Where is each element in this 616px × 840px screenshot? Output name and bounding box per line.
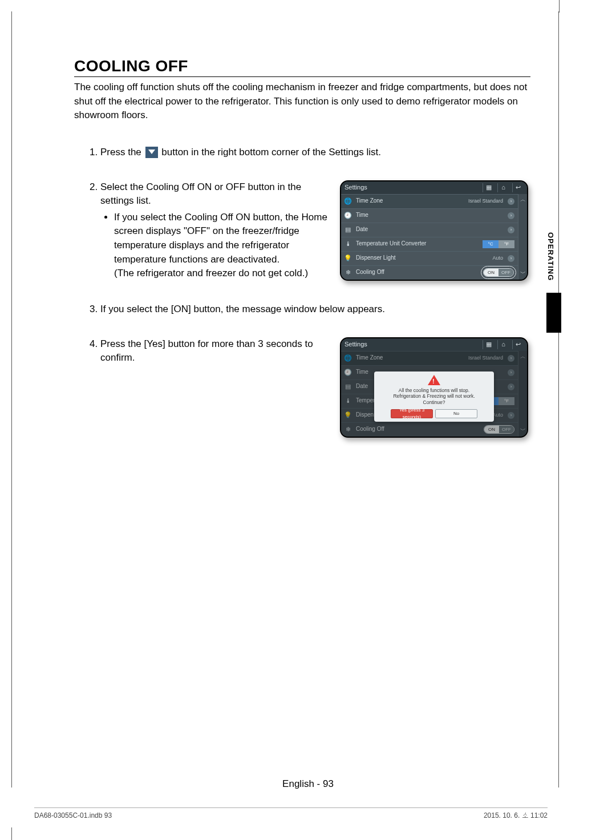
scrollbar[interactable]: ︿ ﹀ <box>518 194 527 280</box>
step-4-text: Press the [Yes] button for more than 3 s… <box>100 338 313 364</box>
row-cooling-off[interactable]: ❄ Cooling Off ON OFF <box>341 265 518 280</box>
bulb-icon: 💡 <box>343 411 352 420</box>
page-content: COOLING OFF The cooling off function shu… <box>74 57 530 458</box>
cooling-off-toggle: ON OFF <box>484 425 514 434</box>
step-2-bullet: If you select the Cooling Off ON button,… <box>114 211 334 281</box>
print-footer: DA68-03055C-01.indb 93 2015. 10. 6. 소 1… <box>34 807 548 819</box>
globe-icon: 🌐 <box>343 197 352 206</box>
chevron-up-icon: ︿ <box>520 353 526 361</box>
settings-header: Settings ▦ ⌂ ↩ <box>341 338 527 351</box>
confirm-dialog: All the cooling functions will stop. Ref… <box>374 371 494 422</box>
snowflake-icon: ❄ <box>343 268 352 277</box>
thumb-index-mark <box>546 293 561 333</box>
chevron-down-icon[interactable]: ﹀ <box>520 269 526 278</box>
page-number: English - 93 <box>0 778 616 790</box>
step-4: Press the [Yes] button for more than 3 s… <box>100 337 530 438</box>
chevron-down-icon: ﹀ <box>520 426 526 435</box>
step-3: If you select the [ON] button, the messa… <box>100 302 530 317</box>
step-3-text: If you select the [ON] button, the messa… <box>100 304 385 314</box>
chevron-right-icon: › <box>508 227 514 233</box>
row-temp-unit[interactable]: 🌡 Temperature Unit Converter °C °F <box>341 237 518 251</box>
chevron-right-icon: › <box>508 383 514 390</box>
globe-icon: 🌐 <box>343 354 352 363</box>
dialog-message: All the cooling functions will stop. Ref… <box>378 387 491 406</box>
page-title: COOLING OFF <box>74 57 530 77</box>
chevron-right-icon: › <box>508 255 514 262</box>
chevron-up-icon[interactable]: ︿ <box>520 196 526 204</box>
scrollbar: ︿ ﹀ <box>518 351 527 437</box>
crop-mark <box>11 827 12 840</box>
step-1-text-b: button in the right bottom corner of the… <box>161 147 381 158</box>
intro-paragraph: The cooling off function shuts off the c… <box>74 80 530 123</box>
instruction-list: Press the button in the right bottom cor… <box>74 146 530 438</box>
step-2-text: Select the Cooling Off ON or OFF button … <box>100 181 301 207</box>
chevron-right-icon: › <box>508 355 514 362</box>
settings-title: Settings <box>345 340 479 349</box>
row-time-zone: 🌐 Time Zone Israel Standard › <box>341 351 518 365</box>
chevron-right-icon: › <box>508 212 514 219</box>
no-button[interactable]: No <box>435 409 477 418</box>
step-1-text-a: Press the <box>100 147 144 158</box>
clock-icon: 🕘 <box>343 211 352 220</box>
snowflake-icon: ❄ <box>343 425 352 434</box>
section-tab: OPERATING <box>546 232 564 341</box>
calendar-icon: ▤ <box>343 382 352 391</box>
settings-screenshot-1: Settings ▦ ⌂ ↩ 🌐 Time Zone Israel Standa… <box>340 180 528 281</box>
yes-button[interactable]: Yes (press 3 seconds) <box>391 409 433 418</box>
chevron-right-icon: › <box>508 412 514 419</box>
chevron-right-icon: › <box>508 198 514 205</box>
thermometer-icon: 🌡 <box>343 397 352 406</box>
settings-title: Settings <box>345 183 479 192</box>
home-icon[interactable]: ⌂ <box>497 183 509 192</box>
row-time-zone[interactable]: 🌐 Time Zone Israel Standard › <box>341 194 518 208</box>
chevron-right-icon: › <box>508 369 514 376</box>
clock-icon: 🕘 <box>343 368 352 377</box>
step-1: Press the button in the right bottom cor… <box>100 146 530 160</box>
apps-icon[interactable]: ▦ <box>483 183 494 192</box>
row-time[interactable]: 🕘 Time › <box>341 208 518 223</box>
row-dispenser-light[interactable]: 💡 Dispenser Light Auto › <box>341 251 518 265</box>
row-date[interactable]: ▤ Date › <box>341 223 518 237</box>
back-icon[interactable]: ↩ <box>512 183 524 192</box>
scroll-down-icon[interactable] <box>145 147 158 158</box>
back-icon[interactable]: ↩ <box>512 340 524 349</box>
cooling-off-toggle[interactable]: ON OFF <box>483 268 514 277</box>
settings-header: Settings ▦ ⌂ ↩ <box>341 181 527 194</box>
calendar-icon: ▤ <box>343 225 352 235</box>
step-2: Select the Cooling Off ON or OFF button … <box>100 180 530 282</box>
home-icon[interactable]: ⌂ <box>497 340 509 349</box>
thermometer-icon: 🌡 <box>343 240 352 249</box>
step-2-note: (The refrigerator and freezer do not get… <box>114 268 308 278</box>
section-tab-label: OPERATING <box>546 232 555 289</box>
warning-icon <box>428 375 440 385</box>
bulb-icon: 💡 <box>343 254 352 263</box>
crop-mark <box>559 0 560 13</box>
footer-file: DA68-03055C-01.indb 93 <box>34 811 112 819</box>
footer-timestamp: 2015. 10. 6. 소 11:02 <box>484 811 548 819</box>
unit-toggle[interactable]: °C °F <box>483 240 514 248</box>
settings-screenshot-2: Settings ▦ ⌂ ↩ 🌐 Time Zone Israel Standa… <box>340 337 528 438</box>
row-cooling-off: ❄ Cooling Off ON OFF <box>341 422 518 437</box>
apps-icon[interactable]: ▦ <box>483 340 494 349</box>
